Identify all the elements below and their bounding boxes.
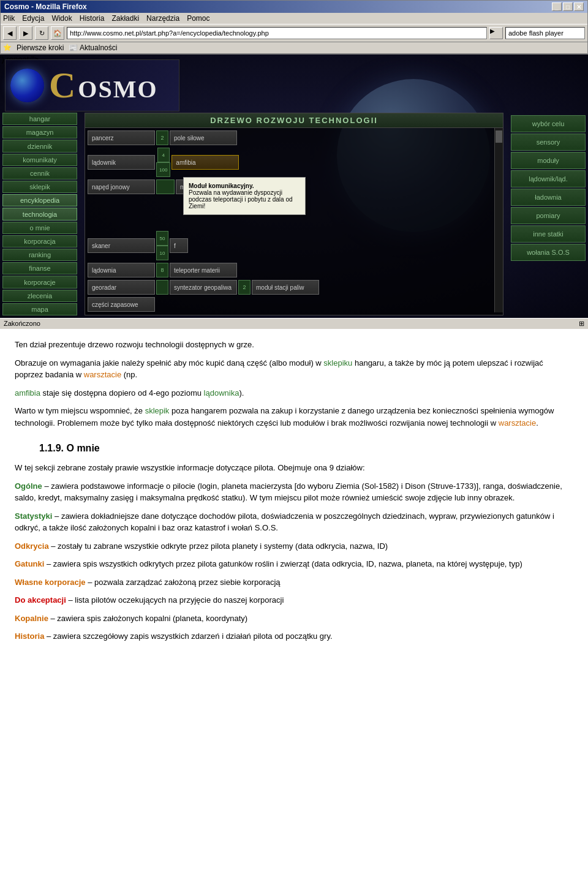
para3-end: ).: [239, 388, 244, 398]
back-button[interactable]: ◀: [3, 26, 17, 40]
link-statystyki[interactable]: Statystyki: [15, 511, 52, 521]
nav-pomiary[interactable]: pomiary: [511, 207, 586, 224]
link-sklepik-1[interactable]: sklepiku: [323, 358, 352, 368]
nav-technologia[interactable]: technologia: [2, 208, 77, 220]
nav-o-mnie[interactable]: o mnie: [2, 222, 77, 234]
home-button[interactable]: 🏠: [51, 26, 64, 40]
tech-box-skaner[interactable]: skaner: [88, 238, 155, 253]
menu-zakladki[interactable]: Zakładki: [111, 14, 139, 23]
tech-box-pole-silowe[interactable]: pole siłowe: [170, 130, 237, 145]
nav-hangar[interactable]: hangar: [2, 113, 77, 125]
search-input[interactable]: [505, 27, 585, 39]
menu-widok[interactable]: Widok: [51, 14, 72, 23]
nav-sklepik[interactable]: sklepik: [2, 181, 77, 193]
section-number: 1.1.9.: [39, 443, 64, 453]
minimize-button[interactable]: _: [552, 2, 562, 11]
nav-korporacja[interactable]: korporacja: [2, 235, 77, 247]
item-statystyki: Statystyki – zawiera dokładniejsze dane …: [15, 510, 573, 534]
nav-ranking[interactable]: ranking: [2, 249, 77, 261]
link-ogolne[interactable]: Ogólne: [15, 481, 42, 491]
link-do-akceptacji[interactable]: Do akceptacji: [15, 595, 66, 605]
page-content: Ten dział prezentuje drzewo rozwoju tech…: [0, 329, 588, 658]
tech-item-czesci: części zapasowe: [88, 297, 492, 312]
tech-tree-list: pancerz 2 pole siłowe lądownik 4 100 amf…: [85, 128, 494, 312]
link-warsztacie-2[interactable]: warsztacie: [499, 418, 536, 428]
intro-para3: amfibia staje się dostępna dopiero od 4-…: [15, 387, 573, 399]
nav-sensory[interactable]: sensory: [511, 134, 586, 151]
window-title: Cosmo - Mozilla Firefox: [4, 2, 87, 11]
status-text: Zakończono: [4, 320, 40, 328]
link-amfibia[interactable]: amfibia: [15, 388, 40, 398]
items-list: Ogólne – zawiera podstawowe informacje o…: [15, 480, 573, 643]
nav-zlecenia[interactable]: zlecenia: [2, 290, 77, 302]
nav-encyklopedia[interactable]: encyklopedia: [2, 194, 77, 206]
scrollbar-thumb[interactable]: [496, 130, 502, 143]
nav-wybor-celu[interactable]: wybór celu: [511, 115, 586, 132]
para4-pre: Warto w tym miejscu wspomnieć, że: [15, 406, 145, 415]
tooltip-title: Moduł komunikacyjny.: [189, 183, 254, 189]
tech-box-ladownia[interactable]: lądownia: [88, 263, 155, 277]
menu-narzedzia[interactable]: Narzędzia: [146, 14, 179, 23]
menu-edycja[interactable]: Edycja: [22, 14, 44, 23]
nav-inne-statki[interactable]: inne statki: [511, 225, 586, 243]
refresh-button[interactable]: ↻: [35, 26, 48, 40]
tech-box-amfibia[interactable]: amfibia: [172, 155, 239, 170]
forward-button[interactable]: ▶: [19, 26, 32, 40]
bookmarks-bar: ⭐ Pierwsze kroki 📰 Aktualności: [1, 42, 587, 54]
bookmark-aktualnosci[interactable]: 📰 Aktualności: [69, 43, 117, 52]
tech-box-f[interactable]: f: [170, 238, 188, 253]
nav-cennik[interactable]: cennik: [2, 167, 77, 179]
intro-para4: Warto w tym miejscu wspomnieć, że sklepi…: [15, 405, 573, 429]
address-bar: ▶: [67, 27, 503, 39]
link-warsztacie-1[interactable]: warsztacie: [84, 370, 121, 379]
tech-item-pancerz: pancerz 2 pole siłowe: [88, 130, 492, 145]
tech-num-ladownia: 8: [156, 263, 168, 277]
link-odkrycia[interactable]: Odkrycia: [15, 541, 49, 551]
address-input[interactable]: [67, 27, 487, 39]
menu-pomoc[interactable]: Pomoc: [187, 14, 209, 23]
nav-dziennik[interactable]: dziennik: [2, 140, 77, 152]
bookmark-pierwsze-kroki[interactable]: Pierwsze kroki: [17, 43, 64, 52]
tech-item-georadar: georadar syntezator geopaliwa 2 moduł st…: [88, 280, 492, 295]
tech-tooltip: Moduł komunikacyjny. Pozwala na wydawani…: [183, 177, 306, 215]
menu-bar: Plik Edycja Widok Historia Zakładki Narz…: [1, 13, 587, 24]
link-historia[interactable]: Historia: [15, 632, 44, 641]
tech-scrollbar[interactable]: [494, 128, 503, 312]
link-gatunki[interactable]: Gatunki: [15, 559, 44, 568]
section-intro: W tej sekcji zebrane zostały prawie wszy…: [15, 462, 573, 474]
section-title: O mnie: [66, 443, 99, 453]
tech-box-teleporter[interactable]: teleporter materii: [170, 263, 237, 277]
nav-mapa[interactable]: mapa: [2, 303, 77, 315]
link-sklepik-2[interactable]: sklepik: [145, 406, 170, 415]
para3-mid: staje się dostępna dopiero od 4-ego pozi…: [40, 388, 204, 398]
tech-box-czesci[interactable]: części zapasowe: [88, 297, 155, 312]
link-kopalnie[interactable]: Kopalnie: [15, 614, 48, 623]
link-wlasne-korporacje[interactable]: Własne korporacje: [15, 578, 86, 587]
nav-wolania[interactable]: wołania S.O.S: [511, 244, 586, 261]
nav-finanse[interactable]: finanse: [2, 262, 77, 274]
tech-box-georadar[interactable]: georadar: [88, 280, 155, 295]
close-button[interactable]: ✕: [574, 2, 584, 11]
tech-box-modul-stacji[interactable]: moduł stacji paliw: [252, 280, 319, 295]
para4-end: .: [536, 418, 538, 428]
nav-komunikaty[interactable]: komunikaty: [2, 154, 77, 166]
nav-ladownik[interactable]: lądownik/ląd.: [511, 170, 586, 187]
para2-pre: Obrazuje on wymagania jakie należy spełn…: [15, 358, 323, 368]
tech-box-syntezator[interactable]: syntezator geopaliwa: [170, 280, 237, 295]
tech-box-naped[interactable]: napęd jonowy: [88, 179, 155, 194]
tech-box-ladownik[interactable]: lądownik: [88, 155, 155, 170]
maximize-button[interactable]: □: [563, 2, 573, 11]
nav-magazyn[interactable]: magazyn: [2, 126, 77, 138]
nav-korporacje[interactable]: korporacje: [2, 276, 77, 288]
nav-moduly[interactable]: moduły: [511, 152, 586, 169]
menu-plik[interactable]: Plik: [3, 14, 15, 23]
intro-para2: Obrazuje on wymagania jakie należy spełn…: [15, 357, 573, 381]
menu-historia[interactable]: Historia: [80, 14, 105, 23]
go-button[interactable]: ▶: [489, 27, 503, 39]
tech-item-ladownia: lądownia 8 teleporter materii: [88, 263, 492, 277]
link-ladownika[interactable]: lądownika: [204, 388, 239, 398]
tech-num-georadar: [156, 280, 168, 295]
tech-box-pancerz[interactable]: pancerz: [88, 130, 155, 145]
title-bar: Cosmo - Mozilla Firefox _ □ ✕: [1, 1, 587, 13]
nav-ladownia[interactable]: ładownia: [511, 189, 586, 206]
